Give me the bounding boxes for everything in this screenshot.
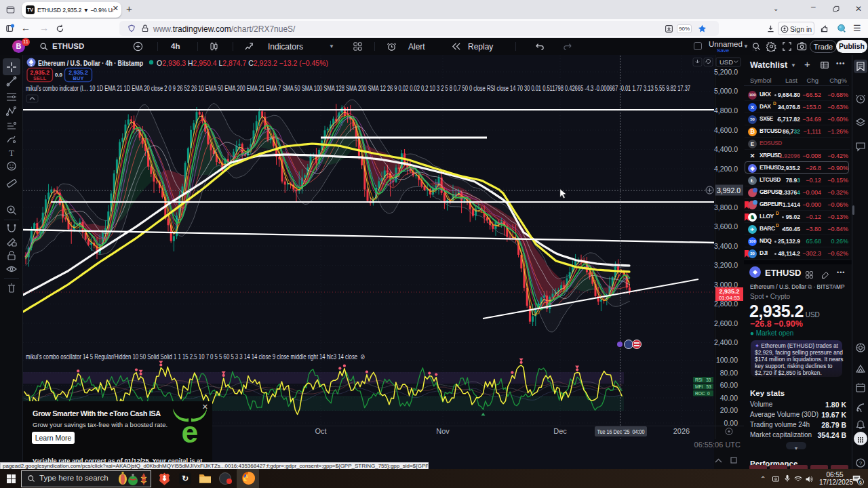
svg-text:5,200.0: 5,200.0 — [714, 68, 738, 76]
svg-text:3,400.0: 3,400.0 — [714, 242, 738, 250]
svg-text:RSI 33: RSI 33 — [695, 378, 711, 382]
svg-text:40.00: 40.00 — [720, 394, 738, 402]
svg-text:01:04:53: 01:04:53 — [719, 295, 741, 301]
svg-text:100.00: 100.00 — [716, 356, 738, 364]
svg-text:Oct: Oct — [315, 427, 326, 435]
svg-text:3,800.0: 3,800.0 — [714, 203, 738, 211]
svg-text:Dec: Dec — [553, 427, 567, 435]
svg-text:2026: 2026 — [673, 427, 690, 435]
svg-text:ROC 0: ROC 0 — [695, 391, 710, 396]
svg-text:e: e — [182, 415, 199, 447]
svg-text:?: ? — [859, 460, 863, 466]
svg-text:5,000.0: 5,000.0 — [714, 87, 738, 95]
svg-text:0.00: 0.00 — [724, 419, 738, 427]
svg-text:4,800.0: 4,800.0 — [714, 106, 738, 115]
svg-text:60.00: 60.00 — [720, 381, 738, 389]
svg-text:Tue 16 Dec '25 04:00: Tue 16 Dec '25 04:00 — [597, 428, 645, 435]
svg-text:mikul's combo indicator (I… 1: mikul's combo indicator (I… 10 1D EMA 21… — [26, 84, 690, 92]
svg-text:USD: USD — [719, 58, 733, 66]
svg-text:BUY: BUY — [73, 75, 84, 81]
svg-text:Nov: Nov — [436, 427, 450, 435]
svg-text:2,935.2: 2,935.2 — [68, 69, 88, 76]
svg-text:4,200.0: 4,200.0 — [714, 165, 738, 173]
svg-text:mikul's combo oscillator 14 5: mikul's combo oscillator 14 5 Regular/Hi… — [26, 353, 365, 361]
svg-text:2,935.2: 2,935.2 — [719, 288, 739, 295]
svg-text:2,935.2: 2,935.2 — [31, 69, 50, 76]
svg-text:4,400.0: 4,400.0 — [714, 145, 738, 153]
svg-text:Ethereum / U.S. Dollar · 4h ·: Ethereum / U.S. Dollar · 4h · Bitstamp — [38, 59, 143, 67]
svg-text:T: T — [9, 148, 14, 158]
svg-text:SELL: SELL — [33, 75, 47, 81]
svg-text:O2,936.3 H2,950.4 L2,874.7 C2,: O2,936.3 H2,950.4 L2,874.7 C2,923.2 −13.… — [157, 59, 328, 67]
svg-text:3,992.0: 3,992.0 — [717, 186, 741, 195]
svg-text:2,600.0: 2,600.0 — [714, 319, 738, 327]
svg-text:2,400.0: 2,400.0 — [714, 338, 738, 346]
svg-text:3,600.0: 3,600.0 — [714, 222, 738, 230]
svg-text:0.0: 0.0 — [55, 72, 63, 78]
svg-text:20.00: 20.00 — [720, 406, 738, 414]
svg-text:3,200.0: 3,200.0 — [714, 261, 738, 269]
svg-text:80.00: 80.00 — [720, 369, 738, 377]
svg-text:MFI 53: MFI 53 — [695, 384, 711, 389]
svg-text:4,600.0: 4,600.0 — [714, 126, 738, 134]
svg-text:06:55:06 UTC: 06:55:06 UTC — [694, 441, 741, 449]
